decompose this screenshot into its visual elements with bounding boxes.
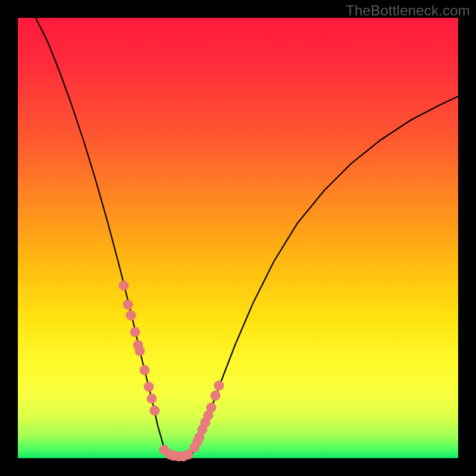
highlight-dot bbox=[123, 300, 133, 310]
outer-frame: TheBottleneck.com bbox=[0, 0, 476, 476]
highlight-dot bbox=[144, 382, 154, 392]
highlight-dot bbox=[135, 346, 145, 356]
chart-plot-area bbox=[18, 18, 458, 458]
highlight-dot bbox=[150, 406, 160, 416]
highlight-dot bbox=[147, 394, 157, 404]
curve-svg bbox=[18, 18, 458, 458]
highlight-dot bbox=[214, 381, 224, 391]
bottleneck-curve bbox=[36, 18, 458, 458]
watermark-text: TheBottleneck.com bbox=[346, 2, 470, 19]
highlight-dot bbox=[211, 391, 221, 401]
highlight-dot bbox=[206, 403, 217, 413]
highlight-dot bbox=[130, 327, 140, 337]
highlight-dot bbox=[119, 281, 129, 291]
highlight-dots-group bbox=[119, 281, 224, 462]
highlight-dot bbox=[126, 311, 136, 321]
highlight-dot bbox=[140, 365, 150, 375]
